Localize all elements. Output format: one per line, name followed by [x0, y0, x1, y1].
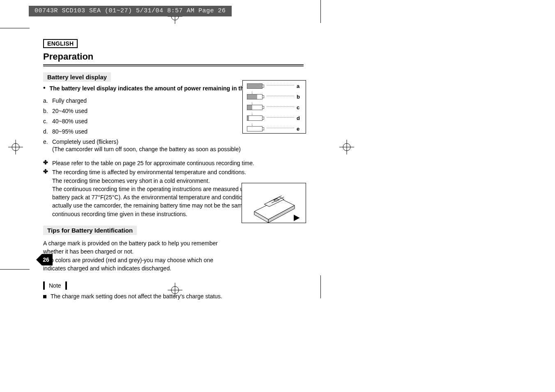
battery-level-diagram: a ↓ b ↓ c ↓ d ↓ e [242, 80, 306, 134]
bullet-dot-icon: • [43, 85, 46, 92]
battery-tip-icon [263, 106, 264, 109]
crop-line [320, 275, 321, 298]
list-text: 20~40% used [52, 108, 88, 114]
note-body: The charge mark setting does not affect … [43, 293, 306, 300]
diagram-row: a [247, 83, 302, 89]
diagram-label: c [297, 104, 302, 111]
battery-pack-illustration [242, 183, 306, 223]
note-row: ✤ Please refer to the table on page 25 f… [43, 159, 306, 167]
list-text: Completely used (flickers) [52, 138, 118, 145]
list-text: 80~95% used [52, 128, 88, 135]
diagram-label: a [297, 83, 302, 89]
diagram-label: e [297, 126, 302, 132]
battery-icon [247, 126, 263, 131]
battery-tip-icon [263, 117, 264, 120]
list-marker: a. [43, 97, 52, 104]
battery-icon [247, 94, 263, 99]
battery-icon [247, 83, 263, 89]
diagram-row: b [247, 94, 302, 99]
battery-tip-icon [263, 85, 264, 88]
note-text: Please refer to the table on page 25 for… [52, 159, 254, 167]
diagram-row: d [247, 115, 302, 121]
list-text: 40~80% used [52, 118, 88, 125]
list-marker: e. [43, 138, 52, 145]
list-item: e. Completely used (flickers) [43, 138, 306, 145]
note-label-box: Note [43, 281, 67, 290]
square-bullet-icon [43, 295, 46, 298]
battery-tip-icon [263, 127, 264, 130]
page-number-tab: 26 [36, 254, 53, 265]
diagram-row: e [247, 126, 302, 131]
manual-page-content: ENGLISH Preparation Battery level displa… [43, 39, 306, 300]
note-text: The charge mark setting does not affect … [51, 293, 222, 300]
battery-icon [247, 115, 263, 121]
list-marker: d. [43, 128, 52, 135]
diagram-label: b [297, 94, 302, 100]
leader-dots [267, 128, 294, 128]
list-marker: c. [43, 118, 52, 125]
diagram-row: c [247, 104, 302, 110]
battery-icon [247, 105, 263, 110]
crop-line [0, 269, 30, 270]
leader-dots [267, 85, 294, 85]
leader-dots [267, 106, 294, 107]
note-line: The recording time is affected by enviro… [52, 169, 246, 175]
language-tag: ENGLISH [43, 39, 78, 48]
note-line: The recording time becomes very short in… [52, 178, 210, 184]
list-subtext: (The camcorder will turn off soon, chang… [52, 146, 306, 152]
page-number: 26 [43, 256, 49, 263]
print-job-header: 00743R SCD103 SEA (01~27) 5/31/04 8:57 A… [29, 6, 232, 16]
subheading-battery-level: Battery level display [43, 72, 111, 82]
title-rule [43, 65, 304, 67]
crop-line [320, 0, 321, 23]
tips-paragraph: A charge mark is provided on the battery… [43, 240, 218, 255]
battery-tip-icon [263, 95, 264, 98]
fleuron-bullet-icon: ✤ [43, 168, 52, 218]
registration-mark-icon [339, 140, 354, 154]
leader-dots [267, 96, 294, 96]
registration-mark-icon [8, 140, 23, 154]
list-marker: b. [43, 108, 52, 114]
subheading-tips: Tips for Battery Identification [43, 226, 137, 235]
crop-line [0, 28, 30, 28]
fleuron-bullet-icon: ✤ [43, 159, 52, 167]
list-text: Fully charged [52, 97, 87, 104]
arrow-icon [294, 214, 300, 221]
tips-body: A charge mark is provided on the battery… [43, 239, 236, 272]
leader-dots [267, 117, 294, 118]
tips-paragraph: Two colors are provided (red and grey)-y… [43, 257, 213, 272]
section-title: Preparation [43, 51, 306, 62]
diagram-label: d [297, 115, 302, 121]
